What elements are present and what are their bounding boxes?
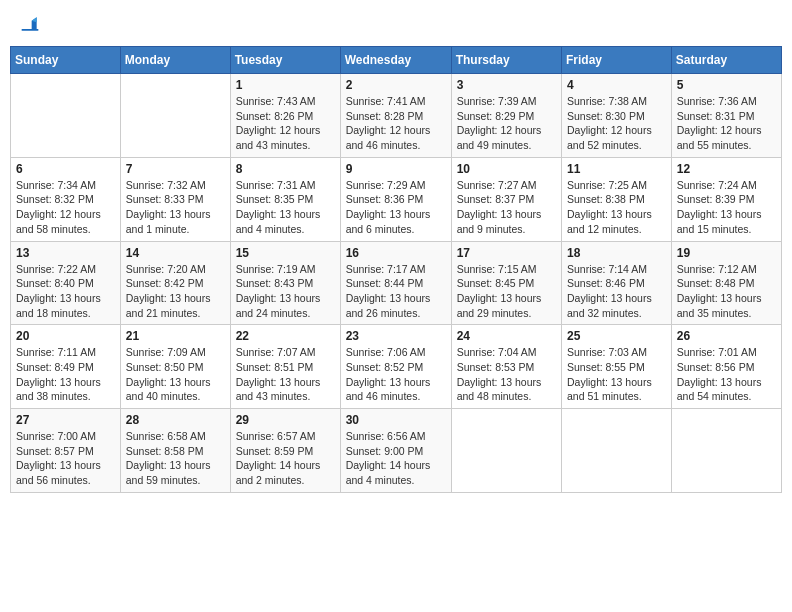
day-detail: Sunrise: 7:27 AMSunset: 8:37 PMDaylight:… — [457, 178, 556, 237]
day-detail: Sunrise: 7:22 AMSunset: 8:40 PMDaylight:… — [16, 262, 115, 321]
calendar-cell: 9Sunrise: 7:29 AMSunset: 8:36 PMDaylight… — [340, 157, 451, 241]
calendar-cell: 11Sunrise: 7:25 AMSunset: 8:38 PMDayligh… — [562, 157, 672, 241]
day-number: 24 — [457, 329, 556, 343]
day-detail: Sunrise: 6:56 AMSunset: 9:00 PMDaylight:… — [346, 429, 446, 488]
day-number: 13 — [16, 246, 115, 260]
day-detail: Sunrise: 6:57 AMSunset: 8:59 PMDaylight:… — [236, 429, 335, 488]
day-detail: Sunrise: 7:01 AMSunset: 8:56 PMDaylight:… — [677, 345, 776, 404]
day-detail: Sunrise: 7:38 AMSunset: 8:30 PMDaylight:… — [567, 94, 666, 153]
calendar-cell: 27Sunrise: 7:00 AMSunset: 8:57 PMDayligh… — [11, 409, 121, 493]
calendar-cell: 1Sunrise: 7:43 AMSunset: 8:26 PMDaylight… — [230, 74, 340, 158]
calendar-cell: 26Sunrise: 7:01 AMSunset: 8:56 PMDayligh… — [671, 325, 781, 409]
day-number: 27 — [16, 413, 115, 427]
day-detail: Sunrise: 7:29 AMSunset: 8:36 PMDaylight:… — [346, 178, 446, 237]
day-number: 23 — [346, 329, 446, 343]
day-detail: Sunrise: 7:41 AMSunset: 8:28 PMDaylight:… — [346, 94, 446, 153]
col-header-tuesday: Tuesday — [230, 47, 340, 74]
day-detail: Sunrise: 7:24 AMSunset: 8:39 PMDaylight:… — [677, 178, 776, 237]
calendar-cell — [451, 409, 561, 493]
week-row-1: 6Sunrise: 7:34 AMSunset: 8:32 PMDaylight… — [11, 157, 782, 241]
day-number: 28 — [126, 413, 225, 427]
calendar-cell: 17Sunrise: 7:15 AMSunset: 8:45 PMDayligh… — [451, 241, 561, 325]
day-number: 16 — [346, 246, 446, 260]
calendar-cell — [671, 409, 781, 493]
calendar-cell: 21Sunrise: 7:09 AMSunset: 8:50 PMDayligh… — [120, 325, 230, 409]
day-detail: Sunrise: 7:11 AMSunset: 8:49 PMDaylight:… — [16, 345, 115, 404]
day-number: 20 — [16, 329, 115, 343]
day-number: 11 — [567, 162, 666, 176]
calendar-cell: 14Sunrise: 7:20 AMSunset: 8:42 PMDayligh… — [120, 241, 230, 325]
calendar-cell: 6Sunrise: 7:34 AMSunset: 8:32 PMDaylight… — [11, 157, 121, 241]
day-number: 12 — [677, 162, 776, 176]
week-row-3: 20Sunrise: 7:11 AMSunset: 8:49 PMDayligh… — [11, 325, 782, 409]
day-detail: Sunrise: 7:36 AMSunset: 8:31 PMDaylight:… — [677, 94, 776, 153]
calendar-cell: 15Sunrise: 7:19 AMSunset: 8:43 PMDayligh… — [230, 241, 340, 325]
day-detail: Sunrise: 7:14 AMSunset: 8:46 PMDaylight:… — [567, 262, 666, 321]
calendar-cell: 16Sunrise: 7:17 AMSunset: 8:44 PMDayligh… — [340, 241, 451, 325]
week-row-0: 1Sunrise: 7:43 AMSunset: 8:26 PMDaylight… — [11, 74, 782, 158]
day-detail: Sunrise: 7:06 AMSunset: 8:52 PMDaylight:… — [346, 345, 446, 404]
day-detail: Sunrise: 7:03 AMSunset: 8:55 PMDaylight:… — [567, 345, 666, 404]
day-number: 1 — [236, 78, 335, 92]
day-number: 19 — [677, 246, 776, 260]
day-number: 5 — [677, 78, 776, 92]
calendar-cell: 2Sunrise: 7:41 AMSunset: 8:28 PMDaylight… — [340, 74, 451, 158]
calendar-cell: 25Sunrise: 7:03 AMSunset: 8:55 PMDayligh… — [562, 325, 672, 409]
week-row-2: 13Sunrise: 7:22 AMSunset: 8:40 PMDayligh… — [11, 241, 782, 325]
day-detail: Sunrise: 7:39 AMSunset: 8:29 PMDaylight:… — [457, 94, 556, 153]
day-number: 4 — [567, 78, 666, 92]
calendar-cell: 18Sunrise: 7:14 AMSunset: 8:46 PMDayligh… — [562, 241, 672, 325]
calendar-cell: 23Sunrise: 7:06 AMSunset: 8:52 PMDayligh… — [340, 325, 451, 409]
calendar-cell: 4Sunrise: 7:38 AMSunset: 8:30 PMDaylight… — [562, 74, 672, 158]
calendar-cell: 13Sunrise: 7:22 AMSunset: 8:40 PMDayligh… — [11, 241, 121, 325]
calendar-cell — [562, 409, 672, 493]
logo — [18, 14, 40, 34]
col-header-wednesday: Wednesday — [340, 47, 451, 74]
col-header-thursday: Thursday — [451, 47, 561, 74]
calendar-cell: 24Sunrise: 7:04 AMSunset: 8:53 PMDayligh… — [451, 325, 561, 409]
day-detail: Sunrise: 7:34 AMSunset: 8:32 PMDaylight:… — [16, 178, 115, 237]
day-detail: Sunrise: 7:07 AMSunset: 8:51 PMDaylight:… — [236, 345, 335, 404]
day-number: 25 — [567, 329, 666, 343]
col-header-sunday: Sunday — [11, 47, 121, 74]
day-detail: Sunrise: 7:00 AMSunset: 8:57 PMDaylight:… — [16, 429, 115, 488]
day-detail: Sunrise: 7:32 AMSunset: 8:33 PMDaylight:… — [126, 178, 225, 237]
calendar-cell: 28Sunrise: 6:58 AMSunset: 8:58 PMDayligh… — [120, 409, 230, 493]
calendar-cell: 30Sunrise: 6:56 AMSunset: 9:00 PMDayligh… — [340, 409, 451, 493]
calendar-table: SundayMondayTuesdayWednesdayThursdayFrid… — [10, 46, 782, 493]
calendar-cell — [120, 74, 230, 158]
calendar-cell: 20Sunrise: 7:11 AMSunset: 8:49 PMDayligh… — [11, 325, 121, 409]
calendar-cell: 3Sunrise: 7:39 AMSunset: 8:29 PMDaylight… — [451, 74, 561, 158]
day-detail: Sunrise: 7:15 AMSunset: 8:45 PMDaylight:… — [457, 262, 556, 321]
day-number: 14 — [126, 246, 225, 260]
calendar-cell: 5Sunrise: 7:36 AMSunset: 8:31 PMDaylight… — [671, 74, 781, 158]
col-header-monday: Monday — [120, 47, 230, 74]
day-number: 7 — [126, 162, 225, 176]
calendar-cell: 22Sunrise: 7:07 AMSunset: 8:51 PMDayligh… — [230, 325, 340, 409]
calendar-cell: 8Sunrise: 7:31 AMSunset: 8:35 PMDaylight… — [230, 157, 340, 241]
page-header — [10, 10, 782, 38]
day-number: 8 — [236, 162, 335, 176]
day-number: 2 — [346, 78, 446, 92]
day-detail: Sunrise: 7:09 AMSunset: 8:50 PMDaylight:… — [126, 345, 225, 404]
day-number: 17 — [457, 246, 556, 260]
day-number: 15 — [236, 246, 335, 260]
day-number: 26 — [677, 329, 776, 343]
day-detail: Sunrise: 7:12 AMSunset: 8:48 PMDaylight:… — [677, 262, 776, 321]
calendar-cell: 29Sunrise: 6:57 AMSunset: 8:59 PMDayligh… — [230, 409, 340, 493]
col-header-saturday: Saturday — [671, 47, 781, 74]
calendar-cell — [11, 74, 121, 158]
calendar-cell: 7Sunrise: 7:32 AMSunset: 8:33 PMDaylight… — [120, 157, 230, 241]
col-header-friday: Friday — [562, 47, 672, 74]
week-row-4: 27Sunrise: 7:00 AMSunset: 8:57 PMDayligh… — [11, 409, 782, 493]
calendar-cell: 10Sunrise: 7:27 AMSunset: 8:37 PMDayligh… — [451, 157, 561, 241]
day-number: 30 — [346, 413, 446, 427]
day-detail: Sunrise: 7:25 AMSunset: 8:38 PMDaylight:… — [567, 178, 666, 237]
logo-icon — [20, 14, 40, 34]
day-number: 3 — [457, 78, 556, 92]
day-number: 21 — [126, 329, 225, 343]
day-detail: Sunrise: 7:17 AMSunset: 8:44 PMDaylight:… — [346, 262, 446, 321]
day-detail: Sunrise: 7:04 AMSunset: 8:53 PMDaylight:… — [457, 345, 556, 404]
day-number: 10 — [457, 162, 556, 176]
day-detail: Sunrise: 7:19 AMSunset: 8:43 PMDaylight:… — [236, 262, 335, 321]
